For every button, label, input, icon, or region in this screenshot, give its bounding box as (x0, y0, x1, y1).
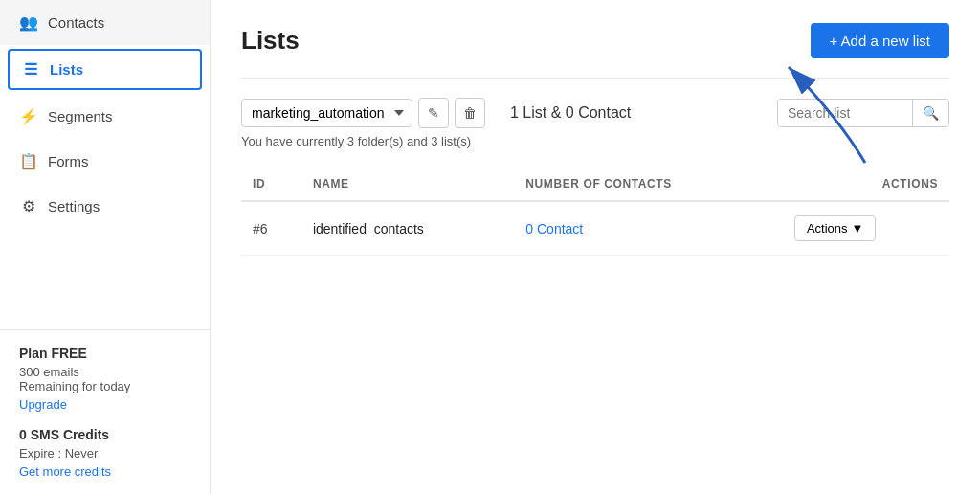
contacts-link[interactable]: 0 Contact (525, 221, 583, 236)
folder-select[interactable]: marketing_automation (241, 99, 412, 127)
lists-icon: ☰ (21, 60, 40, 79)
upgrade-link[interactable]: Upgrade (19, 397, 190, 412)
col-header-name: NAME (301, 168, 514, 201)
sidebar-forms-label: Forms (48, 153, 89, 169)
sidebar-bottom: Plan FREE 300 emails Remaining for today… (0, 329, 210, 494)
col-header-contacts: NUMBER OF CONTACTS (514, 168, 783, 201)
lists-table: ID NAME NUMBER OF CONTACTS ACTIONS #6 id… (241, 168, 949, 256)
header-divider (241, 78, 949, 79)
cell-actions: Actions ▼ (783, 201, 949, 256)
cell-name: identified_contacts (301, 201, 514, 256)
table-header-row: ID NAME NUMBER OF CONTACTS ACTIONS (241, 168, 949, 201)
sms-title: 0 SMS Credits (19, 427, 190, 442)
plan-emails: 300 emails (19, 365, 190, 379)
search-button[interactable]: 🔍 (912, 100, 948, 126)
edit-folder-button[interactable]: ✎ (418, 98, 449, 128)
segments-icon: ⚡ (19, 107, 38, 125)
main-content: Lists + Add a new list marketing_automat… (211, 0, 980, 494)
sms-expire: Expire : Never (19, 446, 190, 460)
chevron-down-icon: ▼ (852, 221, 864, 236)
search-wrapper: 🔍 (777, 99, 949, 127)
forms-icon: 📋 (19, 152, 38, 170)
actions-button[interactable]: Actions ▼ (794, 215, 877, 241)
contacts-icon: 👥 (19, 13, 38, 32)
sms-section: 0 SMS Credits Expire : Never Get more cr… (19, 427, 190, 479)
col-header-id: ID (241, 168, 301, 201)
sidebar-item-contacts[interactable]: 👥 Contacts (0, 0, 210, 45)
sidebar-contacts-label: Contacts (48, 14, 104, 31)
table-body: #6 identified_contacts 0 Contact Actions… (241, 201, 949, 256)
page-header: Lists + Add a new list (241, 23, 949, 58)
get-more-credits-link[interactable]: Get more credits (19, 464, 190, 479)
sidebar-settings-label: Settings (48, 198, 100, 214)
toolbar: marketing_automation ✎ 🗑 1 List & 0 Cont… (241, 98, 949, 128)
add-new-list-button[interactable]: + Add a new list (811, 23, 949, 58)
sidebar-item-segments[interactable]: ⚡ Segments (0, 94, 210, 139)
sidebar-lists-label: Lists (50, 61, 83, 78)
page-title: Lists (241, 26, 300, 56)
table-row: #6 identified_contacts 0 Contact Actions… (241, 201, 949, 256)
plan-remaining: Remaining for today (19, 379, 190, 393)
settings-icon: ⚙ (19, 197, 38, 215)
cell-contacts: 0 Contact (514, 201, 783, 256)
col-header-actions: ACTIONS (783, 168, 949, 201)
delete-folder-button[interactable]: 🗑 (455, 98, 485, 128)
cell-id: #6 (241, 201, 301, 256)
sidebar-item-lists[interactable]: ☰ Lists (8, 49, 202, 90)
folder-select-wrapper: marketing_automation ✎ 🗑 (241, 98, 485, 128)
sidebar-segments-label: Segments (48, 108, 113, 124)
search-input[interactable] (778, 100, 912, 126)
list-summary: 1 List & 0 Contact (510, 104, 631, 122)
folder-info: You have currently 3 folder(s) and 3 lis… (241, 134, 949, 148)
sidebar-item-forms[interactable]: 📋 Forms (0, 139, 210, 184)
sidebar-item-settings[interactable]: ⚙ Settings (0, 184, 210, 229)
sidebar: 👥 Contacts ☰ Lists ⚡ Segments 📋 Forms ⚙ … (0, 0, 211, 494)
plan-title: Plan FREE (19, 346, 190, 361)
